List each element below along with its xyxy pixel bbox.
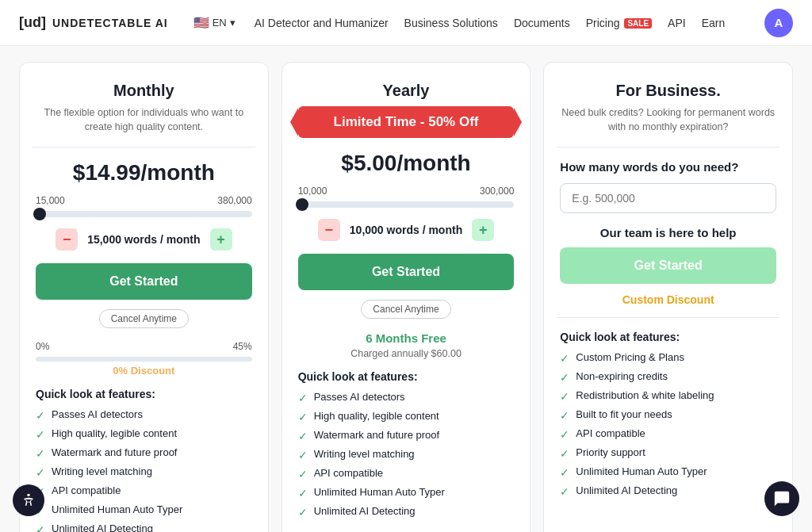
check-icon: ✓ — [560, 485, 569, 498]
accessibility-icon — [21, 492, 36, 508]
yearly-word-controls: − 10,000 words / month + — [298, 219, 515, 241]
yearly-features-list: ✓Passes AI detectors ✓High quality, legi… — [298, 391, 515, 519]
yearly-cancel-badge: Cancel Anytime — [298, 300, 515, 319]
feature-item: ✓API compatible — [560, 427, 776, 441]
nav-documents[interactable]: Documents — [514, 17, 570, 29]
yearly-range-min: 10,000 — [298, 186, 327, 197]
check-icon: ✓ — [298, 449, 308, 461]
flag-icon: 🇺🇸 — [193, 15, 209, 30]
logo-area[interactable]: [ud] UNDETECTABLE AI — [19, 14, 168, 31]
yearly-slider-thumb[interactable] — [296, 198, 308, 211]
yearly-range-max: 300,000 — [480, 186, 514, 197]
check-icon: ✓ — [560, 352, 569, 365]
content-area: Monthly The flexible option for individu… — [0, 46, 812, 532]
feature-item: ✓API compatible — [36, 484, 252, 498]
check-icon: ✓ — [298, 468, 308, 480]
yearly-word-label: 10,000 words / month — [350, 224, 462, 236]
chat-icon — [773, 490, 791, 507]
words-input[interactable] — [560, 183, 776, 213]
yearly-card: Yearly Limited Time - 50% Off $5.00/mont… — [282, 62, 531, 532]
yearly-title: Yearly — [298, 82, 515, 100]
check-icon: ✓ — [36, 466, 45, 479]
accessibility-btn[interactable] — [13, 484, 44, 516]
monthly-plus-btn[interactable]: + — [210, 228, 232, 251]
feature-item: ✓Redistribution & white labeling — [560, 389, 776, 403]
feature-item: ✓Writing level matching — [298, 448, 515, 461]
business-card: For Business. Need bulk credits? Looking… — [543, 62, 793, 532]
divider — [33, 147, 255, 147]
feature-item: ✓Unlimited AI Detecting — [560, 484, 776, 498]
divider — [557, 147, 779, 147]
svg-point-0 — [27, 494, 29, 496]
check-icon: ✓ — [36, 409, 45, 422]
yearly-price: $5.00/month — [298, 151, 515, 176]
yearly-slider-track[interactable] — [298, 201, 515, 208]
monthly-discount-track — [36, 357, 252, 362]
nav-business-solutions[interactable]: Business Solutions — [404, 17, 498, 29]
check-icon: ✓ — [298, 487, 308, 499]
monthly-card: Monthly The flexible option for individu… — [19, 62, 269, 532]
nav-ai-detector[interactable]: AI Detector and Humanizer — [255, 17, 389, 29]
yearly-minus-btn[interactable]: − — [318, 219, 340, 241]
monthly-discount-label: 0% Discount — [36, 365, 252, 377]
language-selector[interactable]: 🇺🇸 EN ▾ — [193, 15, 236, 30]
monthly-discount-bar: 0% 45% — [36, 341, 252, 352]
check-icon: ✓ — [560, 390, 569, 403]
feature-item: ✓Non-expiring credits — [560, 370, 776, 384]
monthly-get-started-btn[interactable]: Get Started — [36, 263, 252, 300]
nav-api[interactable]: API — [668, 17, 686, 29]
monthly-word-controls: − 15,000 words / month + — [36, 228, 252, 251]
business-subtitle: Need bulk credits? Looking for permanent… — [560, 106, 776, 134]
nav-earn[interactable]: Earn — [702, 17, 726, 29]
sale-badge: SALE — [624, 18, 652, 29]
nav-pricing[interactable]: Pricing SALE — [586, 17, 652, 29]
yearly-plus-btn[interactable]: + — [472, 219, 494, 241]
check-icon: ✓ — [298, 430, 308, 442]
nav-links: AI Detector and Humanizer Business Solut… — [255, 17, 764, 29]
business-title: For Business. — [560, 82, 776, 100]
check-icon: ✓ — [560, 466, 569, 479]
monthly-slider-track[interactable] — [36, 211, 252, 217]
feature-item: ✓Writing level matching — [36, 465, 252, 479]
monthly-word-label: 15,000 words / month — [87, 233, 200, 246]
chat-btn[interactable] — [764, 481, 799, 516]
check-icon: ✓ — [36, 447, 45, 460]
business-features-title: Quick look at features: — [560, 331, 776, 343]
yearly-cancel-pill: Cancel Anytime — [361, 300, 450, 319]
check-icon: ✓ — [560, 428, 569, 441]
monthly-price: $14.99/month — [36, 160, 252, 186]
check-icon: ✓ — [298, 506, 308, 519]
monthly-discount-right: 45% — [233, 341, 252, 352]
check-icon: ✓ — [36, 523, 45, 532]
custom-discount-link[interactable]: Custom Discount — [560, 293, 776, 306]
business-get-started-btn[interactable]: Get Started — [560, 247, 776, 284]
yearly-features-title: Quick look at features: — [298, 370, 515, 383]
monthly-range-max: 380,000 — [217, 195, 251, 206]
monthly-cancel-pill: Cancel Anytime — [99, 309, 189, 328]
logo-bracket: [ud] — [19, 14, 46, 31]
limited-time-banner: Limited Time - 50% Off — [298, 106, 515, 138]
check-icon: ✓ — [560, 371, 569, 384]
feature-item: ✓Unlimited Human Auto Typer — [560, 465, 776, 479]
yearly-range: 10,000 300,000 — [298, 186, 515, 197]
yearly-charged-text: Charged annually $60.00 — [298, 348, 515, 359]
monthly-range: 15,000 380,000 — [36, 195, 252, 206]
feature-item: ✓Unlimited Human Auto Typer — [298, 486, 515, 499]
language-label: EN — [213, 17, 227, 29]
monthly-features-title: Quick look at features: — [36, 388, 252, 400]
feature-item: ✓Watermark and future proof — [36, 446, 252, 460]
feature-item: ✓Passes AI detectors — [36, 408, 252, 422]
feature-item: ✓Watermark and future proof — [298, 429, 515, 442]
feature-item: ✓High quality, legible content — [298, 410, 515, 423]
feature-item: ✓Priority support — [560, 446, 776, 460]
yearly-get-started-btn[interactable]: Get Started — [298, 254, 515, 290]
our-team-text: Our team is here to help — [560, 226, 776, 239]
monthly-cancel-badge: Cancel Anytime — [36, 309, 252, 328]
feature-item: ✓Unlimited Human Auto Typer — [36, 503, 252, 517]
feature-item: ✓Built to fit your needs — [560, 408, 776, 422]
monthly-minus-btn[interactable]: − — [56, 228, 78, 251]
feature-item: ✓Unlimited AI Detecting — [298, 505, 515, 519]
monthly-features-list: ✓Passes AI detectors ✓High quality, legi… — [36, 408, 252, 532]
avatar[interactable]: A — [764, 9, 793, 37]
monthly-slider-thumb[interactable] — [33, 208, 46, 220]
